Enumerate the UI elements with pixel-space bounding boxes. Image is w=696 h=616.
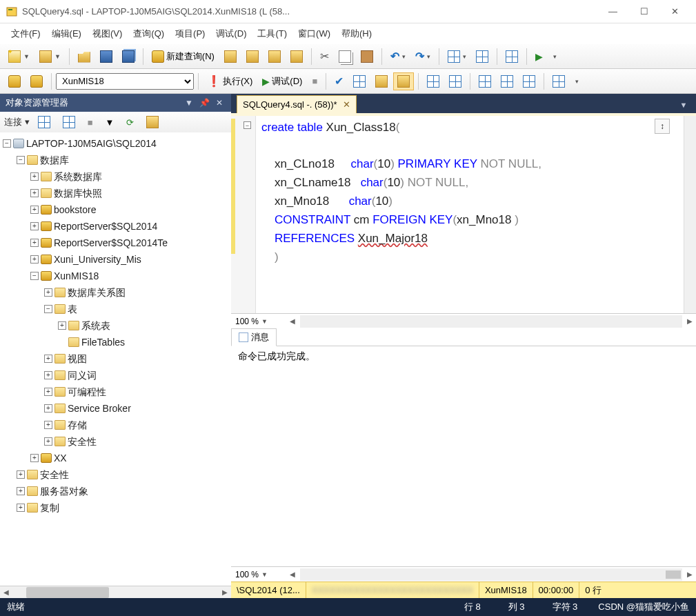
tab-overflow-icon[interactable]: ▼: [675, 97, 692, 113]
tree-db-bookstore[interactable]: bookstore: [54, 201, 96, 218]
tree-filetables[interactable]: FileTables: [81, 334, 125, 350]
tree-servicebroker[interactable]: Service Broker: [68, 400, 131, 417]
mdx-query-button[interactable]: [242, 48, 263, 66]
code-content[interactable]: create table Xun_Class18( xn_CLno18 char…: [256, 116, 684, 313]
close-button[interactable]: ✕: [659, 1, 690, 22]
menu-file[interactable]: 文件(F): [6, 25, 46, 43]
filter-icon[interactable]: ▼: [101, 115, 118, 130]
menu-window[interactable]: 窗口(W): [292, 25, 336, 43]
results-text-button[interactable]: [497, 72, 517, 90]
xmla-query-button[interactable]: [286, 48, 307, 66]
query-options-button[interactable]: [371, 72, 392, 90]
overflow-button[interactable]: ▾: [548, 50, 561, 63]
menu-edit[interactable]: 编辑(E): [46, 25, 87, 43]
messages-tab[interactable]: 消息: [231, 328, 277, 346]
panel-close-icon[interactable]: ✕: [213, 97, 226, 109]
menu-project[interactable]: 项目(P): [170, 25, 210, 43]
messages-horizontal-scrollbar[interactable]: [300, 568, 682, 581]
menu-view[interactable]: 视图(V): [87, 25, 128, 43]
scroll-left-icon[interactable]: ◀: [286, 317, 299, 325]
paste-button[interactable]: [357, 48, 377, 66]
comment-button[interactable]: [548, 72, 569, 90]
connect-button[interactable]: 连接 ▾: [4, 116, 30, 128]
editor-horizontal-scrollbar[interactable]: [300, 315, 682, 328]
include-stats-button[interactable]: [445, 72, 466, 90]
tree-diagram[interactable]: 数据库关系图: [68, 284, 126, 301]
database-selector[interactable]: XunMIS18: [56, 73, 194, 90]
new-project-button[interactable]: ▼: [35, 48, 65, 66]
tree-snapshot[interactable]: 数据库快照: [54, 185, 102, 201]
disconnect-icon[interactable]: [59, 113, 79, 131]
menu-debug[interactable]: 调试(D): [210, 25, 252, 43]
new-query-button[interactable]: 新建查询(N): [148, 48, 219, 66]
tree-serverobjects[interactable]: 服务器对象: [40, 483, 88, 499]
tree-db-reportservertemp[interactable]: ReportServer$SQL2014Te: [54, 235, 168, 251]
display-plan-button[interactable]: [349, 72, 370, 90]
connect-icon[interactable]: [34, 113, 54, 131]
messages-body[interactable]: 命令已成功完成。: [231, 346, 696, 566]
menu-help[interactable]: 帮助(H): [336, 25, 377, 43]
tree-databases[interactable]: 数据库: [40, 152, 69, 168]
results-file-button[interactable]: [519, 72, 539, 90]
intellisense-button[interactable]: [393, 72, 414, 90]
messages-zoom-selector[interactable]: 100 %▼: [231, 570, 286, 579]
new-button[interactable]: ▼: [4, 48, 34, 66]
redo-button[interactable]: ↷▾: [411, 47, 435, 66]
pin-icon[interactable]: 📌: [198, 97, 210, 109]
nav-back-button[interactable]: ▾: [444, 48, 470, 66]
disconnect-button[interactable]: [26, 72, 47, 90]
tree-views[interactable]: 视图: [68, 350, 87, 367]
results-grid-button[interactable]: [475, 72, 495, 90]
include-plan-button[interactable]: [423, 72, 444, 90]
tree-db-xx[interactable]: XX: [54, 450, 67, 466]
menu-query[interactable]: 查询(Q): [128, 25, 170, 43]
refresh-icon[interactable]: ⟳: [122, 115, 138, 130]
tab-sqlquery4[interactable]: SQLQuery4.sql -. (58))* ✕: [237, 95, 357, 113]
tree-synonyms[interactable]: 同义词: [68, 367, 97, 384]
cut-button[interactable]: ✂: [316, 47, 333, 66]
tree-programmability[interactable]: 可编程性: [68, 384, 106, 400]
tree-db-reportserver[interactable]: ReportServer$SQL2014: [54, 218, 157, 235]
tree-db-xuni[interactable]: Xuni_University_Mis: [54, 251, 141, 268]
tree-storage[interactable]: 存储: [68, 417, 87, 433]
change-connection-button[interactable]: [4, 72, 25, 90]
collapse-icon[interactable]: −: [243, 121, 251, 129]
editor-vertical-scrollbar[interactable]: [684, 116, 696, 313]
tree-systables[interactable]: 系统表: [81, 317, 110, 334]
object-explorer-tree[interactable]: −LAPTOP-1J0M5AIG\SQL2014 −数据库 +系统数据库 +数据…: [0, 132, 231, 586]
stop-icon[interactable]: ■: [83, 115, 97, 130]
tree-server[interactable]: LAPTOP-1J0M5AIG\SQL2014: [26, 135, 157, 152]
tree-security[interactable]: 安全性: [40, 466, 69, 483]
tree-tables[interactable]: 表: [68, 301, 77, 317]
dmx-query-button[interactable]: [264, 48, 285, 66]
save-button[interactable]: [96, 48, 117, 66]
engine-query-button[interactable]: [220, 48, 241, 66]
debug-button[interactable]: ▶调试(D): [258, 72, 306, 90]
tree-horizontal-scrollbar[interactable]: ◀▶: [0, 586, 231, 598]
tree-sysdb[interactable]: 系统数据库: [54, 168, 102, 185]
overflow2-button[interactable]: ▾: [570, 75, 583, 88]
delete-icon[interactable]: [142, 113, 163, 131]
nav-fwd-button[interactable]: [472, 48, 493, 66]
open-button[interactable]: [74, 48, 95, 66]
activity-monitor-button[interactable]: [501, 48, 522, 66]
split-button[interactable]: ↕: [655, 119, 670, 134]
tab-close-icon[interactable]: ✕: [343, 99, 350, 110]
start-button[interactable]: ▶: [531, 48, 547, 65]
tree-replication[interactable]: 复制: [40, 499, 59, 516]
scroll-right-icon[interactable]: ▶: [684, 317, 696, 325]
save-all-button[interactable]: [118, 48, 139, 66]
cancel-query-button[interactable]: ■: [308, 73, 321, 89]
tree-db-xunmis18[interactable]: XunMIS18: [54, 268, 99, 284]
copy-button[interactable]: [335, 48, 355, 66]
editor-zoom-selector[interactable]: 100 %▼: [231, 317, 286, 326]
code-editor[interactable]: − create table Xun_Class18( xn_CLno18 ch…: [231, 113, 696, 313]
execute-button[interactable]: ❗执行(X): [203, 72, 257, 90]
maximize-button[interactable]: ☐: [628, 1, 659, 22]
minimize-button[interactable]: —: [597, 1, 628, 22]
panel-dropdown-icon[interactable]: ▼: [183, 97, 195, 109]
undo-button[interactable]: ↶▾: [386, 47, 410, 66]
menu-tools[interactable]: 工具(T): [252, 25, 292, 43]
parse-button[interactable]: ✔: [330, 72, 348, 90]
tree-db-security[interactable]: 安全性: [68, 433, 97, 450]
